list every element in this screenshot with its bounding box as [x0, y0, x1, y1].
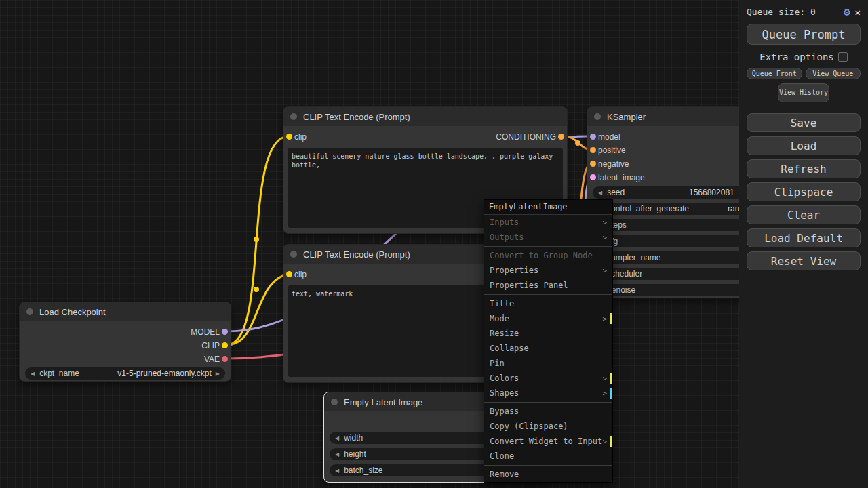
node-title-bar[interactable]: Load Checkpoint — [20, 302, 231, 321]
collapse-dot[interactable] — [290, 251, 297, 258]
load-button[interactable]: Load — [747, 136, 861, 155]
widget-left-arrow-icon[interactable]: ◀ — [335, 435, 339, 441]
refresh-button[interactable]: Refresh — [747, 159, 861, 178]
widget-label: height — [344, 449, 366, 459]
conditioning-output-dot[interactable] — [558, 134, 564, 140]
menu-separator — [484, 294, 612, 295]
menu-item-label: Shapes — [490, 388, 519, 398]
collapse-dot[interactable] — [290, 113, 297, 120]
node-context-menu: EmptyLatentImage Inputs > Outputs > Conv… — [484, 199, 613, 483]
menu-item-remove[interactable]: Remove — [484, 467, 612, 482]
menu-item-properties[interactable]: Properties > — [484, 263, 612, 278]
wire-clip-to-negative-encode — [226, 274, 289, 345]
menu-item-pin[interactable]: Pin — [484, 356, 612, 371]
node-title: KSampler — [607, 112, 646, 122]
widget-label: sampler_name — [607, 253, 660, 262]
clip-output-dot[interactable] — [222, 342, 228, 348]
comfyui-canvas[interactable]: { "sidebar": { "queue_size_label": "Queu… — [0, 0, 868, 488]
menu-item-inputs[interactable]: Inputs > — [484, 215, 612, 230]
widget-label: ckpt_name — [39, 369, 79, 378]
submenu-accent — [610, 388, 612, 399]
slot-label: CLIP — [201, 341, 220, 350]
menu-item-properties-panel[interactable]: Properties Panel — [484, 278, 612, 293]
view-queue-button[interactable]: View Queue — [806, 68, 861, 79]
queue-prompt-button[interactable]: Queue Prompt — [747, 24, 861, 45]
comfyui-menu-panel: Queue size: 0 ⚙ ✕ Queue Prompt Extra opt… — [739, 0, 868, 488]
queue-front-button[interactable]: Queue Front — [747, 68, 802, 79]
submenu-arrow-icon: > — [602, 374, 607, 383]
menu-item-outputs[interactable]: Outputs > — [484, 230, 612, 245]
submenu-arrow-icon: > — [602, 233, 607, 242]
ckpt-name-widget[interactable]: ◀ ckpt_name v1-5-pruned-emaonly.ckpt ▶ — [25, 367, 225, 380]
menu-item-colors[interactable]: Colors > — [484, 371, 612, 386]
submenu-arrow-icon: > — [602, 389, 607, 398]
view-history-button[interactable]: View History — [778, 83, 829, 102]
widget-value: 1566802081 — [689, 188, 734, 197]
widget-label: control_after_generate — [607, 204, 689, 214]
slot-label: clip — [294, 132, 307, 142]
extra-options-checkbox[interactable] — [838, 52, 848, 62]
node-title: Load Checkpoint — [39, 307, 106, 317]
collapse-dot[interactable] — [594, 113, 601, 120]
menu-item-shapes[interactable]: Shapes > — [484, 386, 612, 401]
model-output-dot[interactable] — [222, 329, 228, 335]
wire-midpoint-dot — [254, 287, 259, 292]
model-input-dot[interactable] — [590, 134, 596, 140]
menu-item-label: Collapse — [490, 344, 529, 353]
clip-input-dot[interactable] — [286, 134, 292, 140]
menu-item-collapse[interactable]: Collapse — [484, 341, 612, 356]
clip-input-dot[interactable] — [286, 271, 292, 277]
negative-input-dot[interactable] — [590, 161, 596, 167]
save-button[interactable]: Save — [747, 113, 861, 132]
menu-item-bypass[interactable]: Bypass — [484, 404, 612, 419]
widget-value: v1-5-pruned-emaonly.ckpt — [117, 369, 212, 378]
settings-gear-icon[interactable]: ⚙ — [844, 5, 850, 18]
io-slot-row: clip CONDITIONING — [283, 130, 567, 144]
menu-item-label: Resize — [490, 329, 519, 338]
widget-left-arrow-icon[interactable]: ◀ — [335, 451, 339, 458]
clipspace-button[interactable]: Clipspace — [747, 182, 861, 201]
load-default-button[interactable]: Load Default — [747, 228, 861, 247]
submenu-accent — [610, 436, 612, 447]
output-slot-model: MODEL — [20, 325, 231, 339]
menu-item-label: Colors — [490, 373, 519, 383]
widget-left-arrow-icon[interactable]: ◀ — [335, 468, 339, 474]
widget-label: batch_size — [344, 466, 382, 475]
menu-item-convert-widget-to-input[interactable]: Convert Widget to Input > — [484, 434, 612, 449]
menu-item-label: Remove — [490, 470, 519, 479]
vae-output-dot[interactable] — [222, 356, 228, 362]
menu-item-convert-to-group-node[interactable]: Convert to Group Node — [484, 248, 612, 263]
latent-input-dot[interactable] — [590, 174, 596, 180]
wire-midpoint-dot — [254, 237, 259, 242]
menu-item-resize[interactable]: Resize — [484, 326, 612, 341]
collapse-dot[interactable] — [26, 308, 33, 315]
reset-view-button[interactable]: Reset View — [747, 251, 861, 270]
menu-item-clone[interactable]: Clone — [484, 449, 612, 464]
slot-label: MODEL — [191, 327, 220, 337]
node-load-checkpoint[interactable]: Load Checkpoint MODEL CLIP VAE ◀ ckpt_na… — [19, 302, 231, 382]
node-title-bar[interactable]: CLIP Text Encode (Prompt) — [283, 107, 567, 126]
menu-item-label: Mode — [490, 314, 509, 323]
menu-item-mode[interactable]: Mode > — [484, 311, 612, 326]
collapse-dot[interactable] — [331, 399, 338, 405]
menu-item-label: Outputs — [490, 232, 524, 242]
menu-separator — [484, 465, 612, 466]
submenu-arrow-icon: > — [602, 437, 607, 446]
menu-item-label: Properties Panel — [490, 281, 568, 290]
close-icon[interactable]: ✕ — [855, 7, 861, 18]
widget-left-arrow-icon[interactable]: ◀ — [598, 190, 602, 196]
menu-item-label: Properties — [490, 266, 538, 275]
context-menu-title: EmptyLatentImage — [484, 200, 612, 215]
positive-input-dot[interactable] — [590, 147, 596, 153]
slot-label: clip — [294, 270, 307, 279]
menu-item-title[interactable]: Title — [484, 296, 612, 311]
node-title: CLIP Text Encode (Prompt) — [303, 249, 410, 260]
menu-separator — [484, 402, 612, 403]
menu-item-label: Copy (Clipspace) — [490, 422, 568, 431]
menu-item-copy-clipspace[interactable]: Copy (Clipspace) — [484, 419, 612, 434]
output-slot-clip: CLIP — [20, 339, 231, 352]
queue-size-value: 0 — [810, 7, 816, 17]
widget-left-arrow-icon[interactable]: ◀ — [31, 371, 35, 377]
clear-button[interactable]: Clear — [747, 205, 861, 224]
widget-right-arrow-icon[interactable]: ▶ — [216, 371, 220, 377]
